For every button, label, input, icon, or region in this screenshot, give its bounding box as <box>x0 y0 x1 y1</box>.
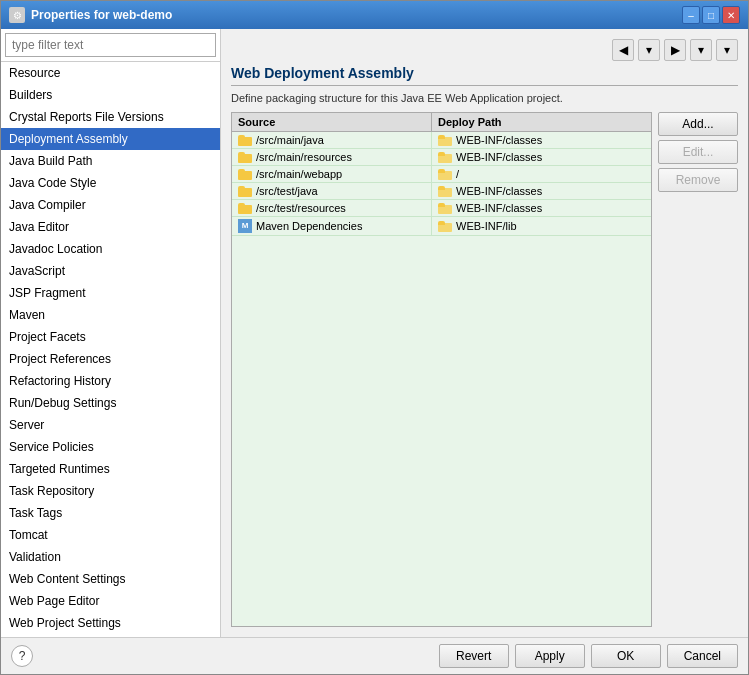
sidebar-item[interactable]: JavaScript <box>1 260 220 282</box>
sidebar-item[interactable]: Web Project Settings <box>1 612 220 634</box>
folder-icon <box>238 135 252 146</box>
folder-icon <box>238 203 252 214</box>
title-bar-left: ⚙ Properties for web-demo <box>9 7 172 23</box>
sidebar-item[interactable]: Web Page Editor <box>1 590 220 612</box>
back-button[interactable]: ◀ <box>612 39 634 61</box>
deploy-cell: WEB-INF/classes <box>432 132 651 148</box>
assembly-area: Source Deploy Path /src/main/javaWEB-INF… <box>231 112 738 627</box>
sidebar-item[interactable]: Deployment Assembly <box>1 128 220 150</box>
sidebar-item[interactable]: Java Compiler <box>1 194 220 216</box>
source-cell: /src/main/webapp <box>232 166 432 182</box>
sidebar-item[interactable]: Java Code Style <box>1 172 220 194</box>
title-buttons: – □ ✕ <box>682 6 740 24</box>
table-row[interactable]: MMaven DependenciesWEB-INF/lib <box>232 217 651 236</box>
filter-input[interactable] <box>5 33 216 57</box>
help-button[interactable]: ? <box>11 645 33 667</box>
deploy-folder-icon <box>438 135 452 146</box>
title-bar: ⚙ Properties for web-demo – □ ✕ <box>1 1 748 29</box>
table-body: /src/main/javaWEB-INF/classes/src/main/r… <box>232 132 651 626</box>
deploy-folder-icon <box>438 186 452 197</box>
sidebar-item[interactable]: Builders <box>1 84 220 106</box>
sidebar-item[interactable]: Server <box>1 414 220 436</box>
sidebar-item[interactable]: Service Policies <box>1 436 220 458</box>
panel-title: Web Deployment Assembly <box>231 65 738 86</box>
folder-icon <box>238 152 252 163</box>
action-buttons: Add... Edit... Remove <box>658 112 738 627</box>
forward-dropdown[interactable]: ▾ <box>690 39 712 61</box>
maven-icon: M <box>238 219 252 233</box>
deploy-cell: WEB-INF/lib <box>432 217 651 235</box>
deploy-cell: / <box>432 166 651 182</box>
table-row[interactable]: /src/main/webapp/ <box>232 166 651 183</box>
properties-window: ⚙ Properties for web-demo – □ ✕ Resource… <box>0 0 749 675</box>
bottom-bar: ? Revert Apply OK Cancel <box>1 637 748 674</box>
main-content: ResourceBuildersCrystal Reports File Ver… <box>1 29 748 637</box>
sidebar-item[interactable]: Validation <box>1 546 220 568</box>
filter-container <box>1 29 220 62</box>
folder-icon <box>238 169 252 180</box>
sidebar-item[interactable]: Tomcat <box>1 524 220 546</box>
sidebar-item[interactable]: Resource <box>1 62 220 84</box>
close-button[interactable]: ✕ <box>722 6 740 24</box>
left-panel: ResourceBuildersCrystal Reports File Ver… <box>1 29 221 637</box>
source-cell: MMaven Dependencies <box>232 217 432 235</box>
apply-button[interactable]: Apply <box>515 644 585 668</box>
sidebar-item[interactable]: Crystal Reports File Versions <box>1 106 220 128</box>
deploy-folder-icon <box>438 169 452 180</box>
deploy-folder-icon <box>438 221 452 232</box>
menu-dropdown[interactable]: ▾ <box>716 39 738 61</box>
sidebar-item[interactable]: Project Facets <box>1 326 220 348</box>
sidebar-item[interactable]: JSP Fragment <box>1 282 220 304</box>
sidebar-item[interactable]: Task Tags <box>1 502 220 524</box>
table-row[interactable]: /src/test/resourcesWEB-INF/classes <box>232 200 651 217</box>
window-title: Properties for web-demo <box>31 8 172 22</box>
sidebar-item[interactable]: Maven <box>1 304 220 326</box>
source-cell: /src/test/resources <box>232 200 432 216</box>
deploy-folder-icon <box>438 152 452 163</box>
source-cell: /src/main/java <box>232 132 432 148</box>
deploy-folder-icon <box>438 203 452 214</box>
source-cell: /src/test/java <box>232 183 432 199</box>
maximize-button[interactable]: □ <box>702 6 720 24</box>
table-row[interactable]: /src/main/javaWEB-INF/classes <box>232 132 651 149</box>
right-panel: ◀ ▾ ▶ ▾ ▾ Web Deployment Assembly Define… <box>221 29 748 637</box>
sidebar-item[interactable]: Task Repository <box>1 480 220 502</box>
window-icon: ⚙ <box>9 7 25 23</box>
panel-description: Define packaging structure for this Java… <box>231 92 738 104</box>
edit-button[interactable]: Edit... <box>658 140 738 164</box>
sidebar-item[interactable]: Web Content Settings <box>1 568 220 590</box>
assembly-table: Source Deploy Path /src/main/javaWEB-INF… <box>231 112 652 627</box>
source-cell: /src/main/resources <box>232 149 432 165</box>
sidebar-item[interactable]: Javadoc Location <box>1 238 220 260</box>
deploy-cell: WEB-INF/classes <box>432 183 651 199</box>
sidebar-item[interactable]: Java Build Path <box>1 150 220 172</box>
sidebar-item[interactable]: Refactoring History <box>1 370 220 392</box>
col-deploy: Deploy Path <box>432 113 651 131</box>
revert-button[interactable]: Revert <box>439 644 509 668</box>
forward-button[interactable]: ▶ <box>664 39 686 61</box>
back-dropdown[interactable]: ▾ <box>638 39 660 61</box>
toolbar-row: ◀ ▾ ▶ ▾ ▾ <box>231 39 738 61</box>
folder-icon <box>238 186 252 197</box>
col-source: Source <box>232 113 432 131</box>
deploy-cell: WEB-INF/classes <box>432 200 651 216</box>
cancel-button[interactable]: Cancel <box>667 644 738 668</box>
ok-button[interactable]: OK <box>591 644 661 668</box>
minimize-button[interactable]: – <box>682 6 700 24</box>
remove-button[interactable]: Remove <box>658 168 738 192</box>
sidebar-item[interactable]: Run/Debug Settings <box>1 392 220 414</box>
sidebar-item[interactable]: Java Editor <box>1 216 220 238</box>
tree-list: ResourceBuildersCrystal Reports File Ver… <box>1 62 220 637</box>
bottom-right-buttons: Revert Apply OK Cancel <box>439 644 738 668</box>
table-row[interactable]: /src/test/javaWEB-INF/classes <box>232 183 651 200</box>
sidebar-item[interactable]: Project References <box>1 348 220 370</box>
table-header: Source Deploy Path <box>232 113 651 132</box>
table-row[interactable]: /src/main/resourcesWEB-INF/classes <box>232 149 651 166</box>
deploy-cell: WEB-INF/classes <box>432 149 651 165</box>
add-button[interactable]: Add... <box>658 112 738 136</box>
sidebar-item[interactable]: Targeted Runtimes <box>1 458 220 480</box>
